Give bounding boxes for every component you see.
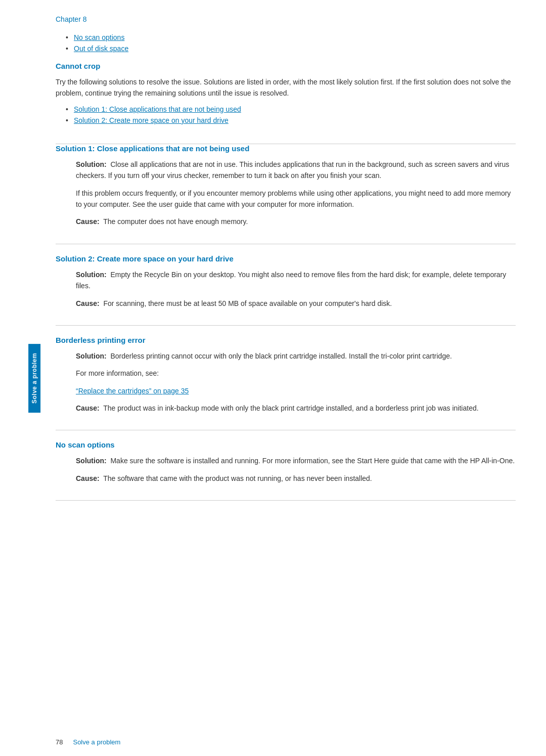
- no-scan-cause-label: Cause:: [76, 474, 100, 482]
- cannot-crop-intro: Try the following solutions to resolve t…: [56, 76, 516, 99]
- no-scan-cause-text: The software that came with the product …: [103, 474, 372, 482]
- no-scan-cause: Cause: The software that came with the p…: [76, 473, 516, 484]
- footer-page-number: 78: [56, 738, 63, 746]
- solution1-cause: Cause: The computer does not have enough…: [76, 216, 516, 227]
- footer: 78 Solve a problem: [15, 733, 546, 751]
- list-item: Solution 2: Create more space on your ha…: [66, 116, 516, 124]
- no-scan-solution-text: Solution: Make sure the software is inst…: [76, 455, 516, 466]
- solution2-link[interactable]: Solution 2: Create more space on your ha…: [74, 116, 229, 124]
- solution2-text: Solution: Empty the Recycle Bin on your …: [76, 269, 516, 292]
- borderless-heading: Borderless printing error: [56, 336, 516, 344]
- solution1-text: Solution: Close all applications that ar…: [76, 159, 516, 182]
- toc-list: No scan options Out of disk space: [66, 33, 516, 53]
- solution2-body: Empty the Recycle Bin on your desktop. Y…: [76, 271, 506, 290]
- out-of-disk-space-link[interactable]: Out of disk space: [74, 45, 128, 53]
- solution1-cause-text: The computer does not have enough memory…: [103, 217, 248, 226]
- no-scan-options-link[interactable]: No scan options: [74, 33, 124, 41]
- solution2-cause-text: For scanning, there must be at least 50 …: [103, 299, 392, 307]
- cannot-crop-heading: Cannot crop: [56, 62, 516, 70]
- solution1-heading: Solution 1: Close applications that are …: [56, 144, 516, 153]
- replace-cartridges-link[interactable]: “Replace the cartridges” on page 35: [76, 387, 189, 395]
- borderless-solution-text: Solution: Borderless printing cannot occ…: [76, 350, 516, 362]
- borderless-for-more: For more information, see:: [76, 368, 516, 379]
- footer-chapter-label: Solve a problem: [73, 738, 120, 746]
- solution2-cause: Cause: For scanning, there must be at le…: [76, 298, 516, 309]
- side-tab-label: Solve a problem: [28, 343, 40, 412]
- solution2-cause-label: Cause:: [76, 299, 100, 307]
- solution1-cause-label: Cause:: [76, 217, 100, 226]
- borderless-link-line: “Replace the cartridges” on page 35: [76, 385, 516, 396]
- borderless-cause-label: Cause:: [76, 404, 100, 412]
- solution1-section: Solution 1: Close applications that are …: [56, 144, 516, 244]
- solution2-section: Solution 2: Create more space on your ha…: [56, 254, 516, 326]
- solution1-extra: If this problem occurs frequently, or if…: [76, 188, 516, 210]
- borderless-section: Borderless printing error Solution: Bord…: [56, 336, 516, 431]
- borderless-cause: Cause: The product was in ink-backup mod…: [76, 403, 516, 414]
- list-item: No scan options: [66, 33, 516, 41]
- chapter-label: Chapter 8: [56, 15, 516, 23]
- solution2-heading: Solution 2: Create more space on your ha…: [56, 254, 516, 263]
- solution1-label: Solution:: [76, 160, 107, 168]
- no-scan-solution-body: Make sure the software is installed and …: [110, 457, 515, 465]
- borderless-solution-label: Solution:: [76, 352, 107, 360]
- borderless-cause-text: The product was in ink-backup mode with …: [103, 404, 478, 412]
- no-scan-options-heading: No scan options: [56, 440, 516, 449]
- no-scan-solution-label: Solution:: [76, 457, 107, 465]
- list-item: Solution 1: Close applications that are …: [66, 105, 516, 113]
- cannot-crop-section: Cannot crop Try the following solutions …: [56, 62, 516, 144]
- solution1-body: Close all applications that are not in u…: [76, 160, 509, 180]
- cannot-crop-solutions-list: Solution 1: Close applications that are …: [66, 105, 516, 124]
- solution2-label: Solution:: [76, 271, 107, 279]
- borderless-solution-body: Borderless printing cannot occur with on…: [110, 352, 451, 360]
- list-item: Out of disk space: [66, 45, 516, 53]
- solution1-link[interactable]: Solution 1: Close applications that are …: [74, 105, 241, 113]
- no-scan-options-section: No scan options Solution: Make sure the …: [56, 440, 516, 501]
